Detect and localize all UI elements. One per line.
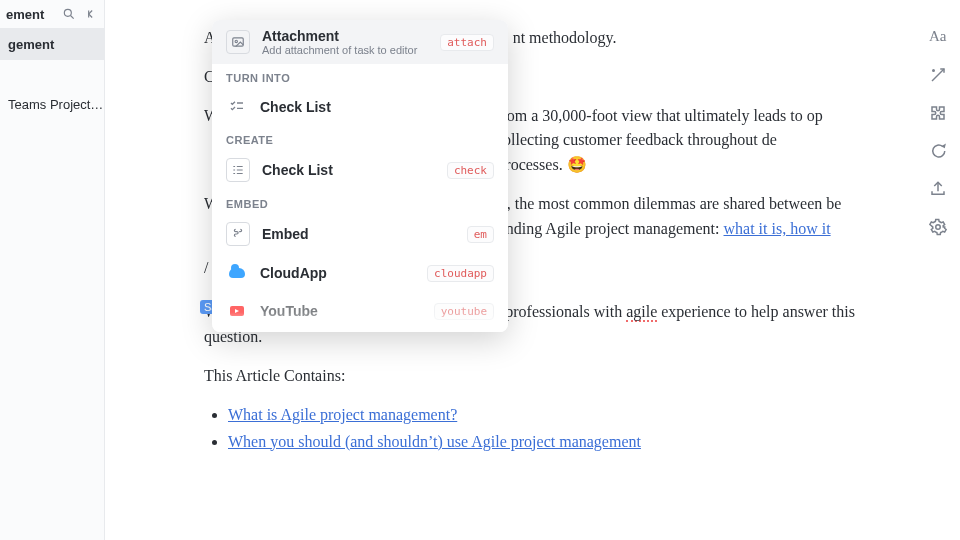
- spellcheck-word[interactable]: agile: [626, 303, 657, 322]
- checklist-icon: [226, 158, 250, 182]
- menu-item-cloudapp[interactable]: CloudApp cloudapp: [212, 254, 508, 292]
- menu-item-subtitle: Add attachment of task to editor: [262, 44, 428, 56]
- menu-item-shortcut: cloudapp: [427, 265, 494, 282]
- sidebar-title-fragment: ement: [6, 7, 54, 22]
- toc-item: When you should (and shouldn’t) use Agil…: [228, 430, 864, 455]
- emoji-starstruck: 🤩: [567, 156, 587, 173]
- menu-item-attachment[interactable]: Attachment Add attachment of task to edi…: [212, 20, 508, 64]
- toc-item: What is Agile project management?: [228, 403, 864, 428]
- toc-list: What is Agile project management? When y…: [228, 403, 864, 455]
- menu-item-shortcut: attach: [440, 34, 494, 51]
- sidebar-item-label: Teams Project…: [8, 97, 103, 112]
- toc-link[interactable]: What is Agile project management?: [228, 406, 457, 423]
- sidebar-item-label: gement: [8, 37, 54, 52]
- menu-item-title: Embed: [262, 226, 455, 242]
- menu-item-checklist-turninto[interactable]: Check List: [212, 88, 508, 126]
- menu-item-title: CloudApp: [260, 265, 415, 281]
- slash-prefix: /: [204, 256, 208, 281]
- collapse-icon[interactable]: [84, 7, 98, 21]
- typography-icon[interactable]: Aa: [929, 28, 947, 46]
- menu-item-shortcut: check: [447, 162, 494, 179]
- sidebar-header: ement: [0, 0, 104, 28]
- checklist-icon: [226, 96, 248, 118]
- svg-point-0: [64, 9, 71, 16]
- image-icon: [226, 30, 250, 54]
- cloudapp-icon: [226, 262, 248, 284]
- svg-line-1: [71, 16, 74, 19]
- toc-link[interactable]: When you should (and shouldn’t) use Agil…: [228, 433, 641, 450]
- menu-item-shortcut: em: [467, 226, 494, 243]
- doc-link-what-it-is[interactable]: what it is, how it: [724, 220, 831, 237]
- svg-point-13: [933, 70, 935, 72]
- left-sidebar: ement gement Teams Project…: [0, 0, 105, 540]
- sidebar-item-management[interactable]: gement: [0, 28, 104, 60]
- chat-icon[interactable]: [929, 142, 947, 160]
- svg-point-14: [936, 225, 941, 230]
- menu-item-title: Check List: [262, 162, 435, 178]
- menu-item-title: Attachment: [262, 28, 428, 44]
- puzzle-icon[interactable]: [929, 104, 947, 122]
- menu-section-turn-into: TURN INTO: [212, 64, 508, 88]
- toc-heading: This Article Contains:: [204, 364, 864, 389]
- right-rail: Aa: [916, 0, 960, 540]
- share-icon[interactable]: [929, 180, 947, 198]
- menu-section-embed: EMBED: [212, 190, 508, 214]
- svg-point-4: [235, 40, 237, 42]
- sidebar-item-teams-project[interactable]: Teams Project…: [0, 88, 104, 120]
- magic-icon[interactable]: [929, 66, 947, 84]
- menu-item-checklist-create[interactable]: Check List check: [212, 150, 508, 190]
- search-icon[interactable]: [62, 7, 76, 21]
- settings-icon[interactable]: [929, 218, 947, 236]
- slash-command-menu: × Attachment Add attachment of task to e…: [212, 20, 508, 332]
- menu-item-title: Check List: [260, 99, 494, 115]
- menu-item-embed[interactable]: Embed em: [212, 214, 508, 254]
- menu-scroll-fade: [212, 312, 508, 332]
- menu-section-create: CREATE: [212, 126, 508, 150]
- embed-icon: [226, 222, 250, 246]
